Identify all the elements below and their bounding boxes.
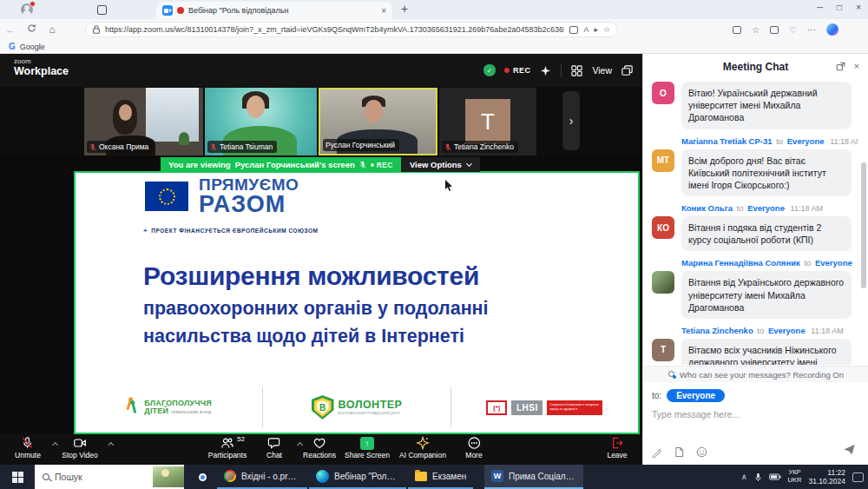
more-button[interactable]: More [465, 436, 482, 459]
copilot-icon[interactable] [826, 23, 838, 36]
settings-menu-icon[interactable]: ··· [807, 25, 816, 35]
message-recipient[interactable]: Everyone [815, 258, 852, 268]
edge-icon [316, 470, 329, 483]
url-field[interactable]: https://app.zoom.us/wc/81310014378/join?… [85, 22, 618, 37]
bookmark-google[interactable]: Google [20, 43, 45, 51]
participant-name-badge: Tetiana Tsiuman [207, 141, 277, 153]
start-button[interactable] [0, 465, 35, 489]
video-tile-oksana[interactable]: Оксана Прима [84, 88, 203, 155]
browser-tab-active[interactable]: Вебінар "Роль відповідальн × [156, 2, 392, 19]
back-icon[interactable]: ← [0, 23, 21, 36]
taskbar-search[interactable] [35, 465, 184, 489]
chat-message: T Вітаємо всіх учасників Ніжинського дер… [652, 339, 858, 365]
language-indicator[interactable]: УКР UKR [788, 469, 802, 484]
favorite-star-icon[interactable]: ☆ [603, 25, 610, 34]
ai-companion-button[interactable]: AI Companion [399, 436, 446, 459]
browser-profile-avatar[interactable] [21, 3, 33, 16]
video-tile-ruslan-active-speaker[interactable]: Руслан Горчинський [319, 88, 437, 155]
chat-messages[interactable]: O Вітаю! Український державний університ… [643, 80, 861, 365]
plant-decor [179, 132, 189, 145]
read-aloud-icon[interactable]: A [583, 25, 589, 34]
window-maximize-icon[interactable]: □ [837, 3, 842, 12]
battery-icon[interactable] [769, 473, 781, 480]
share-screen-button[interactable]: ↑ Share Screen [345, 436, 390, 459]
volunteer-shield-icon: В [312, 395, 334, 420]
taskbar-app-mail[interactable]: Вхідні - o.pryma@k... [217, 465, 307, 489]
project-logo: ПРЯМУЄМО РАЗОМ [199, 176, 299, 216]
enter-immersive-reader-icon[interactable] [569, 26, 578, 34]
search-highlight-image[interactable] [153, 466, 184, 487]
taskbar-app-folder[interactable]: Екзамен [408, 465, 473, 489]
chevron-up-icon[interactable] [297, 442, 303, 448]
message-sender[interactable]: Коник Ольга [681, 203, 733, 213]
chevron-up-icon[interactable] [108, 442, 114, 448]
view-grid-icon[interactable] [570, 64, 583, 77]
avatar: MT [652, 149, 674, 172]
chat-message-input[interactable] [652, 409, 859, 420]
chat-button[interactable]: Chat [266, 436, 282, 459]
format-text-icon[interactable] [652, 447, 662, 458]
taskbar-app-webinar[interactable]: Вебінар "Роль від... [309, 465, 406, 489]
shared-screen: ПРЯМУЄМО РАЗОМ + ПРОЕКТ ФІНАНСУЄТЬСЯ ЄВР… [74, 171, 640, 434]
video-tile-tetiana-zinchenko[interactable]: T Tetiana Zinchenko [439, 88, 536, 155]
account-avatar-icon [224, 470, 236, 482]
reactions-button[interactable]: Reactions [303, 436, 336, 459]
chevron-up-icon[interactable] [52, 442, 58, 448]
action-center-icon[interactable] [852, 472, 864, 482]
participant-name-badge: Оксана Прима [87, 141, 153, 153]
split-screen-icon[interactable] [733, 26, 741, 34]
muted-mic-icon [210, 143, 217, 151]
view-options-button[interactable]: View Options [401, 157, 480, 172]
close-chat-icon[interactable]: × [854, 61, 859, 71]
word-icon: W [491, 470, 503, 482]
tab-actions-icon[interactable] [97, 5, 107, 15]
video-tile-tetiana-tsiuman[interactable]: Tetiana Tsiuman [205, 88, 317, 155]
message-recipient[interactable]: Everyone [747, 203, 785, 213]
ai-companion-sparkle-icon[interactable] [539, 64, 552, 77]
view-button[interactable]: View [592, 65, 612, 76]
search-input[interactable] [55, 472, 135, 482]
media-control-icon[interactable]: ▸ [594, 25, 598, 34]
recipient-selector[interactable]: Everyone [667, 389, 725, 402]
unmute-button[interactable]: Unmute [15, 436, 41, 459]
message-time: 11:18 AM [811, 327, 843, 335]
window-close-icon[interactable]: × [856, 3, 861, 12]
attach-file-icon[interactable] [674, 446, 684, 458]
message-header: Марина Геннадіївна Соляник to Everyone 1… [681, 258, 858, 268]
popout-windows-icon[interactable] [621, 64, 634, 77]
taskbar-app-word[interactable]: W Прима Соціальна ... [484, 465, 583, 489]
muted-mic-icon [359, 161, 366, 169]
tray-expand-icon[interactable]: ∧ [741, 472, 747, 481]
new-tab-button[interactable]: + [401, 2, 408, 16]
security-shield-icon[interactable]: ✓ [483, 64, 496, 76]
participants-button[interactable]: 52 Participants [208, 436, 247, 459]
refresh-icon[interactable] [21, 23, 42, 36]
chat-bubble-icon [268, 436, 281, 450]
message-sender[interactable]: Марина Геннадіївна Соляник [681, 258, 800, 268]
tray-mic-icon[interactable] [754, 472, 762, 482]
clock[interactable]: 11:22 31.10.2024 [808, 468, 845, 486]
url-text: https://app.zoom.us/wc/81310014378/join?… [105, 25, 564, 34]
favorites-icon[interactable]: ☆ [752, 25, 760, 35]
window-minimize-icon[interactable]: ─ [817, 3, 823, 12]
send-message-icon[interactable] [843, 443, 856, 456]
message-sender[interactable]: Marianna Tretiak СР-31 [681, 136, 773, 146]
leave-button[interactable]: Leave [607, 436, 627, 459]
chat-title: Meeting Chat [723, 61, 788, 73]
tab-close-icon[interactable]: × [381, 6, 386, 16]
popout-chat-icon[interactable] [836, 62, 845, 71]
message-sender[interactable]: Tetiana Zinchenko [681, 326, 753, 335]
home-icon[interactable]: ⌂ [42, 23, 62, 36]
message-recipient[interactable]: Everyone [787, 136, 825, 146]
browser-essentials-icon[interactable]: ♡ [789, 25, 797, 35]
chat-scrollbar[interactable] [861, 162, 866, 288]
participants-count: 52 [237, 435, 245, 443]
collections-icon[interactable] [770, 26, 779, 34]
stop-video-button[interactable]: Stop Video [62, 436, 97, 459]
shared-screen-owner: Руслан Горчинський's screen [235, 160, 355, 169]
emoji-icon[interactable] [696, 446, 707, 458]
next-participants-button[interactable]: › [562, 91, 580, 150]
message-recipient[interactable]: Everyone [768, 326, 806, 335]
camera-icon [73, 436, 87, 450]
message-time: 11:18 AM [830, 137, 858, 146]
